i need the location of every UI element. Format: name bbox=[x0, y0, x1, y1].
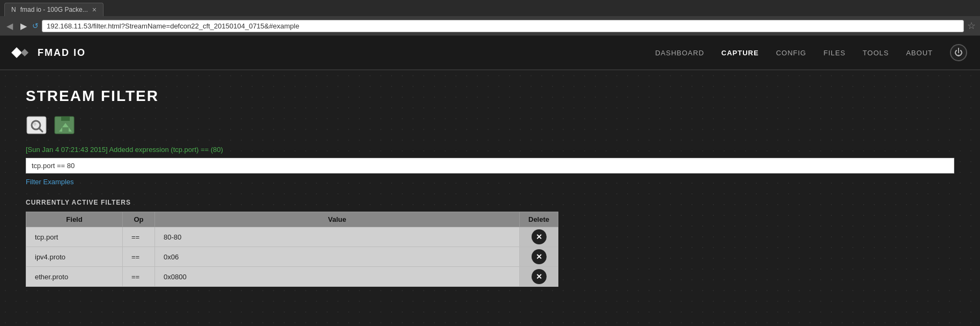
delete-cell-1 bbox=[520, 247, 558, 267]
power-button[interactable]: ⏻ bbox=[950, 44, 967, 61]
browser-nav-bar: ◀ ▶ ↺ ☆ bbox=[0, 16, 980, 35]
table-row: ipv4.proto==0x06 bbox=[26, 247, 558, 267]
active-filters-section-title: CURRENTLY ACTIVE FILTERS bbox=[26, 199, 954, 206]
filter-value-1: 0x06 bbox=[155, 247, 520, 267]
svg-rect-6 bbox=[62, 127, 69, 133]
save-icon-button[interactable] bbox=[54, 115, 77, 137]
page-title: STREAM FILTER bbox=[26, 88, 954, 105]
browser-tab[interactable]: N fmad io - 100G Packe... × bbox=[4, 3, 104, 16]
filter-input[interactable] bbox=[26, 158, 954, 173]
logo-diamond bbox=[11, 47, 22, 58]
filter-examples-link[interactable]: Filter Examples bbox=[26, 178, 74, 186]
refresh-button[interactable]: ↺ bbox=[32, 21, 39, 30]
save-icon bbox=[54, 115, 77, 137]
col-header-value: Value bbox=[155, 212, 520, 227]
address-bar[interactable] bbox=[42, 20, 964, 32]
logo-icon bbox=[13, 46, 32, 59]
filter-op-0: == bbox=[123, 227, 155, 247]
app-logo: FMAD IO bbox=[13, 46, 86, 59]
svg-rect-7 bbox=[61, 117, 70, 121]
filters-table: Field Op Value Delete tcp.port==80-80ipv… bbox=[26, 212, 558, 287]
filter-op-2: == bbox=[123, 267, 155, 287]
delete-cell-0 bbox=[520, 227, 558, 247]
svg-rect-0 bbox=[27, 117, 46, 134]
filter-input-container bbox=[26, 158, 954, 173]
main-content: STREAM FILTER [Sun Jan 4 07:21:43 2015] … bbox=[0, 70, 980, 326]
delete-button-0[interactable] bbox=[532, 229, 547, 244]
nav-about[interactable]: ABOUT bbox=[906, 49, 933, 57]
nav-links: DASHBOARD CAPTURE CONFIG FILES TOOLS ABO… bbox=[655, 44, 967, 61]
delete-button-2[interactable] bbox=[532, 269, 547, 284]
filter-op-1: == bbox=[123, 247, 155, 267]
logo-text: FMAD IO bbox=[38, 47, 86, 59]
nav-files[interactable]: FILES bbox=[823, 49, 845, 57]
nav-tools[interactable]: TOOLS bbox=[863, 49, 889, 57]
filter-value-0: 80-80 bbox=[155, 227, 520, 247]
col-header-field: Field bbox=[26, 212, 123, 227]
search-icon-button[interactable] bbox=[26, 115, 49, 137]
browser-tab-bar: N fmad io - 100G Packe... × bbox=[0, 0, 980, 16]
tab-title: fmad io - 100G Packe... bbox=[20, 6, 88, 13]
nav-config[interactable]: CONFIG bbox=[776, 49, 807, 57]
nav-capture[interactable]: CAPTURE bbox=[721, 49, 759, 57]
col-header-op: Op bbox=[123, 212, 155, 227]
col-header-delete: Delete bbox=[520, 212, 558, 227]
delete-cell-2 bbox=[520, 267, 558, 287]
app-navbar: FMAD IO DASHBOARD CAPTURE CONFIG FILES T… bbox=[0, 36, 980, 70]
nav-dashboard[interactable]: DASHBOARD bbox=[655, 49, 704, 57]
filter-field-2: ether.proto bbox=[26, 267, 123, 287]
filter-value-2: 0x0800 bbox=[155, 267, 520, 287]
table-row: tcp.port==80-80 bbox=[26, 227, 558, 247]
forward-button[interactable]: ▶ bbox=[18, 20, 29, 32]
status-message: [Sun Jan 4 07:21:43 2015] Addedd express… bbox=[26, 146, 954, 154]
filter-field-0: tcp.port bbox=[26, 227, 123, 247]
magnifier-icon bbox=[26, 115, 49, 137]
filter-field-1: ipv4.proto bbox=[26, 247, 123, 267]
tab-close-button[interactable]: × bbox=[92, 5, 97, 14]
table-row: ether.proto==0x0800 bbox=[26, 267, 558, 287]
action-icons bbox=[26, 115, 954, 137]
bookmark-button[interactable]: ☆ bbox=[967, 20, 976, 32]
back-button[interactable]: ◀ bbox=[4, 20, 15, 32]
browser-chrome: N fmad io - 100G Packe... × ◀ ▶ ↺ ☆ bbox=[0, 0, 980, 36]
delete-button-1[interactable] bbox=[532, 249, 547, 264]
logo-diamond-small bbox=[21, 49, 28, 56]
